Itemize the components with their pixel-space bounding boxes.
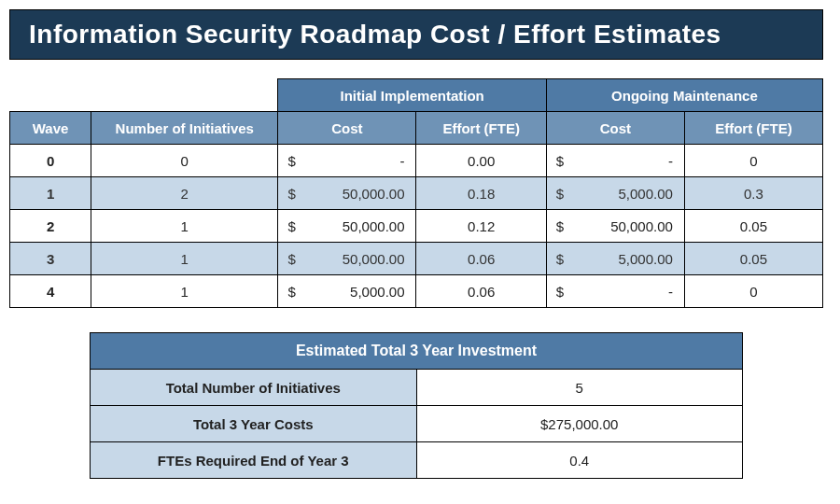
cell-init: 2 <box>91 177 278 210</box>
summary-value: 5 <box>416 370 743 406</box>
cell-effort-initial: 0.06 <box>416 275 546 308</box>
cell-init: 1 <box>91 275 278 308</box>
cell-effort-initial: 0.12 <box>416 210 546 243</box>
cell-init: 1 <box>91 243 278 275</box>
summary-area: Estimated Total 3 Year Investment Total … <box>90 332 743 479</box>
cell-effort-initial: 0.06 <box>416 243 546 275</box>
summary-value: $275,000.00 <box>416 406 743 442</box>
col-effort-initial: Effort (FTE) <box>416 112 546 145</box>
table-row: 1 2 $50,000.00 0.18 $5,000.00 0.3 <box>10 177 823 210</box>
cell-wave: 4 <box>10 275 91 308</box>
cell-wave: 0 <box>10 145 91 177</box>
cell-cost-ongoing: $- <box>546 275 684 308</box>
cell-wave: 3 <box>10 243 91 275</box>
cell-effort-initial: 0.18 <box>416 177 546 210</box>
col-group-ongoing: Ongoing Maintenance <box>546 79 822 112</box>
cell-cost-initial: $5,000.00 <box>278 275 416 308</box>
table-row: 3 1 $50,000.00 0.06 $5,000.00 0.05 <box>10 243 823 275</box>
cell-cost-ongoing: $5,000.00 <box>546 243 684 275</box>
cell-effort-ongoing: 0 <box>684 275 822 308</box>
cell-cost-initial: $- <box>278 145 416 177</box>
table-row: 0 0 $- 0.00 $- 0 <box>10 145 823 177</box>
cell-cost-initial: $50,000.00 <box>278 210 416 243</box>
cell-effort-ongoing: 0 <box>684 145 822 177</box>
summary-title: Estimated Total 3 Year Investment <box>91 333 743 370</box>
cell-wave: 1 <box>10 177 91 210</box>
summary-label: Total 3 Year Costs <box>91 406 417 442</box>
cell-effort-ongoing: 0.05 <box>684 210 822 243</box>
cell-init: 1 <box>91 210 278 243</box>
summary-row: Total Number of Initiatives 5 <box>91 370 743 406</box>
cost-table-area: Initial Implementation Ongoing Maintenan… <box>0 60 840 479</box>
summary-value: 0.4 <box>416 442 743 479</box>
cell-cost-initial: $50,000.00 <box>278 177 416 210</box>
col-cost-initial: Cost <box>278 112 416 145</box>
cell-init: 0 <box>91 145 278 177</box>
table-row: 2 1 $50,000.00 0.12 $50,000.00 0.05 <box>10 210 823 243</box>
summary-label: FTEs Required End of Year 3 <box>91 442 417 479</box>
cell-wave: 2 <box>10 210 91 243</box>
cost-effort-table: Initial Implementation Ongoing Maintenan… <box>9 78 823 308</box>
summary-row: Total 3 Year Costs $275,000.00 <box>91 406 743 442</box>
cell-effort-ongoing: 0.3 <box>684 177 822 210</box>
col-wave: Wave <box>10 112 91 145</box>
col-cost-ongoing: Cost <box>546 112 684 145</box>
cell-cost-initial: $50,000.00 <box>278 243 416 275</box>
cell-cost-ongoing: $- <box>546 145 684 177</box>
cell-effort-initial: 0.00 <box>416 145 546 177</box>
cell-cost-ongoing: $50,000.00 <box>546 210 684 243</box>
page-title: Information Security Roadmap Cost / Effo… <box>29 20 804 49</box>
table-row: 4 1 $5,000.00 0.06 $- 0 <box>10 275 823 308</box>
col-initiatives: Number of Initiatives <box>91 112 278 145</box>
cell-cost-ongoing: $5,000.00 <box>546 177 684 210</box>
summary-table: Estimated Total 3 Year Investment Total … <box>90 332 743 479</box>
cell-effort-ongoing: 0.05 <box>684 243 822 275</box>
summary-row: FTEs Required End of Year 3 0.4 <box>91 442 743 479</box>
col-effort-ongoing: Effort (FTE) <box>684 112 822 145</box>
summary-label: Total Number of Initiatives <box>91 370 417 406</box>
page-title-bar: Information Security Roadmap Cost / Effo… <box>9 9 823 60</box>
col-group-initial: Initial Implementation <box>278 79 546 112</box>
